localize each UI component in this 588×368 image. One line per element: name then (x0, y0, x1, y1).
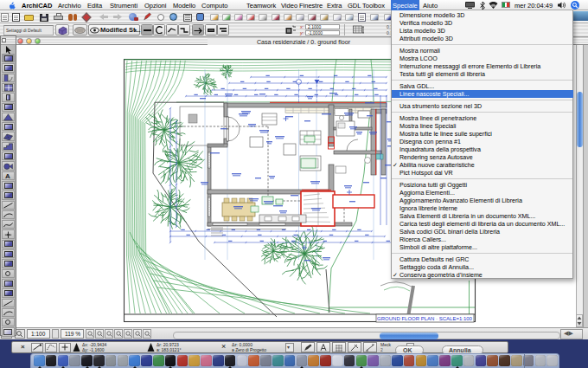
svg-text:GROUND FLOOR PLAN · SCALE=1:10: GROUND FLOOR PLAN · SCALE=1:100 (377, 316, 473, 321)
